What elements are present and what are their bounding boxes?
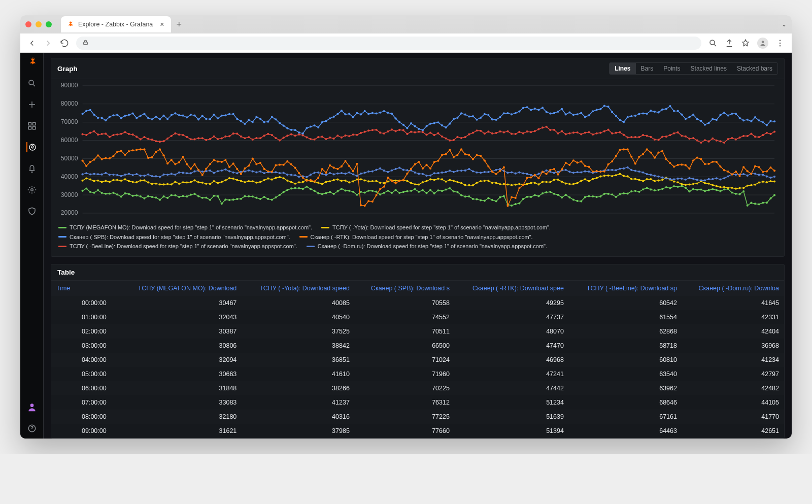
share-icon[interactable] xyxy=(725,39,734,48)
svg-point-797 xyxy=(259,137,261,139)
svg-point-572 xyxy=(85,165,87,167)
traffic-lights[interactable] xyxy=(25,21,52,27)
bookmark-star-icon[interactable] xyxy=(741,39,750,48)
tabstrip-menu-icon[interactable]: ⌄ xyxy=(782,21,787,28)
svg-point-605 xyxy=(213,159,215,161)
svg-point-208 xyxy=(766,201,768,204)
reload-icon[interactable] xyxy=(60,39,69,48)
svg-point-694 xyxy=(557,174,559,176)
svg-point-651 xyxy=(391,180,393,182)
svg-point-635 xyxy=(329,164,331,166)
svg-point-872 xyxy=(549,129,551,131)
svg-point-623 xyxy=(283,164,285,166)
legend-item-beeline[interactable]: ТСПУ ( -BeeLine): Download speed for ste… xyxy=(58,242,297,251)
svg-point-298 xyxy=(418,184,420,186)
grafana-logo-icon[interactable] xyxy=(27,57,37,67)
new-tab-button[interactable]: + xyxy=(176,19,182,30)
svg-point-275 xyxy=(329,180,331,182)
forward-icon[interactable] xyxy=(44,39,53,48)
svg-point-237 xyxy=(182,181,184,183)
svg-point-1043 xyxy=(515,112,517,114)
zoom-window-icon[interactable] xyxy=(46,21,52,27)
svg-point-881 xyxy=(584,131,586,133)
alerting-bell-icon[interactable] xyxy=(27,163,37,174)
svg-point-1108 xyxy=(766,124,768,126)
svg-point-458 xyxy=(341,172,343,174)
back-icon[interactable] xyxy=(27,39,37,48)
chart-area[interactable]: 2000030000400005000060000700008000090000 xyxy=(51,79,784,221)
table-row: 08:00:00321804031677225516396716141770 xyxy=(51,410,784,424)
svg-point-106 xyxy=(371,190,374,192)
close-window-icon[interactable] xyxy=(25,21,31,27)
lock-icon xyxy=(82,39,89,47)
svg-point-379 xyxy=(731,187,733,189)
svg-point-92 xyxy=(317,192,319,194)
svg-point-272 xyxy=(317,182,319,184)
column-header[interactable]: Сканер ( -RTK): Download spee xyxy=(455,281,569,296)
panel-title: Graph xyxy=(57,65,78,73)
viz-mode-stacked-bars[interactable]: Stacked bars xyxy=(732,63,777,74)
column-header[interactable]: Сканер ( -Dom.ru): Downloa xyxy=(682,281,784,296)
svg-point-724 xyxy=(673,165,675,167)
svg-point-944 xyxy=(132,112,134,114)
configuration-gear-icon[interactable] xyxy=(27,185,37,195)
minimize-window-icon[interactable] xyxy=(36,21,42,27)
legend-item-domru[interactable]: Сканер ( -Dom.ru): Download speed for st… xyxy=(307,242,547,251)
svg-point-218 xyxy=(109,181,111,183)
legend-item-megafon[interactable]: ТСПУ (MEGAFON MO): Download speed for st… xyxy=(58,223,312,232)
svg-point-948 xyxy=(147,117,149,119)
column-header[interactable]: Сканер ( SPB): Download s xyxy=(355,281,455,296)
create-plus-icon[interactable] xyxy=(27,99,37,110)
legend-item-yota[interactable]: ТСПУ ( -Yota): Download speed for step "… xyxy=(321,223,551,232)
svg-point-729 xyxy=(692,159,694,161)
viz-mode-stacked-lines[interactable]: Stacked lines xyxy=(686,63,732,74)
svg-point-206 xyxy=(758,203,760,205)
viz-mode-points[interactable]: Points xyxy=(658,63,685,74)
svg-point-630 xyxy=(310,179,312,181)
svg-point-1006 xyxy=(371,112,374,114)
svg-point-235 xyxy=(174,181,176,183)
user-profile-icon[interactable] xyxy=(27,402,37,412)
help-icon[interactable] xyxy=(27,423,37,433)
svg-point-862 xyxy=(511,133,513,135)
explore-compass-icon[interactable] xyxy=(26,142,37,152)
column-header[interactable]: ТСПУ ( -BeeLine): Download sp xyxy=(569,281,682,296)
svg-point-644 xyxy=(364,205,366,207)
svg-point-265 xyxy=(290,181,292,183)
column-header[interactable]: ТСПУ ( -Yota): Download speed xyxy=(242,281,355,296)
svg-point-156 xyxy=(565,194,567,196)
column-header[interactable]: ТСПУ (MEGAFON MO): Download xyxy=(119,281,242,296)
svg-point-355 xyxy=(638,179,640,181)
dashboards-icon[interactable] xyxy=(27,121,37,131)
server-admin-shield-icon[interactable] xyxy=(27,206,37,216)
viz-mode-lines[interactable]: Lines xyxy=(610,63,635,74)
svg-rect-7 xyxy=(28,122,31,125)
browser-tab[interactable]: Explore - Zabbix - Grafana × xyxy=(61,16,171,32)
search-icon[interactable] xyxy=(27,78,37,88)
column-header[interactable]: Time xyxy=(51,281,119,296)
chrome-menu-icon[interactable] xyxy=(775,39,785,48)
viz-mode-bars[interactable]: Bars xyxy=(636,63,659,74)
svg-point-402 xyxy=(124,174,126,176)
svg-point-898 xyxy=(650,136,652,138)
zoom-search-icon[interactable] xyxy=(708,39,718,48)
close-tab-icon[interactable]: × xyxy=(160,20,164,28)
svg-point-929 xyxy=(769,133,771,135)
legend-item-rtk[interactable]: Сканер ( -RTK): Download speed for step … xyxy=(299,232,533,242)
legend-swatch-icon xyxy=(58,246,66,247)
svg-point-551 xyxy=(700,179,702,181)
viz-mode-switcher[interactable]: LinesBarsPointsStacked linesStacked bars xyxy=(609,62,778,75)
svg-point-849 xyxy=(460,137,462,139)
legend-item-spb[interactable]: Сканер ( SPB): Download speed for step "… xyxy=(58,232,290,242)
svg-point-695 xyxy=(561,169,563,171)
value-cell: 63962 xyxy=(569,381,682,395)
value-cell: 36851 xyxy=(242,353,355,367)
address-bar[interactable] xyxy=(76,37,701,50)
svg-point-781 xyxy=(197,137,199,139)
svg-point-544 xyxy=(673,178,675,180)
svg-point-575 xyxy=(97,154,99,156)
profile-avatar-icon[interactable] xyxy=(757,38,768,49)
svg-point-879 xyxy=(577,131,579,133)
svg-point-110 xyxy=(387,190,389,192)
svg-point-321 xyxy=(506,183,509,185)
